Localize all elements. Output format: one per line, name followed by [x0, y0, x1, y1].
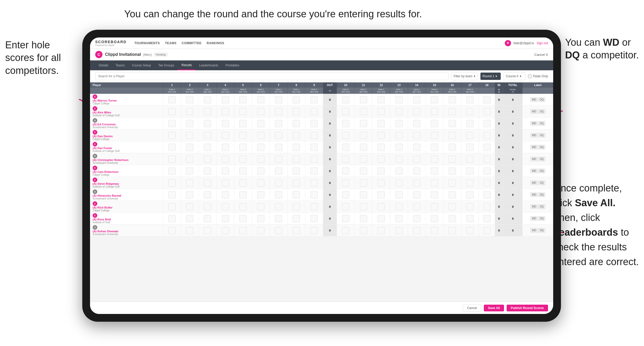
score-input-h1-p2[interactable] [168, 120, 176, 127]
wd-btn-p6[interactable]: WD [530, 169, 538, 173]
cancel-tournament-btn[interactable]: Cancel X [534, 53, 548, 57]
score-input-h10-p10[interactable] [342, 215, 349, 222]
score-input-h10-p7[interactable] [342, 179, 349, 187]
score-input-h17-p5[interactable] [466, 156, 473, 163]
score-input-h13-p1[interactable] [395, 108, 403, 115]
wd-btn-p7[interactable]: WD [530, 181, 538, 185]
score-input-h9-p7[interactable] [310, 179, 318, 187]
score-input-h8-p10[interactable] [293, 215, 300, 222]
score-input-h2-p9[interactable] [186, 203, 193, 210]
score-input-h6-p3[interactable] [257, 132, 264, 139]
score-input-h5-p10[interactable] [239, 215, 247, 222]
score-input-h1-p8[interactable] [168, 191, 176, 198]
score-input-h16-p2[interactable] [449, 120, 456, 127]
score-input-h10-p1[interactable] [342, 108, 349, 115]
totals-only-toggle[interactable]: Totals Only [528, 72, 548, 80]
score-input-h9-p4[interactable] [310, 144, 318, 151]
score-input-h11-p8[interactable] [360, 191, 367, 198]
score-input-h18-p4[interactable] [483, 144, 491, 151]
score-input-h14-p2[interactable] [413, 120, 420, 127]
score-input-h4-p9[interactable] [222, 203, 229, 210]
score-input-h14-p11[interactable] [413, 227, 420, 234]
score-input-h4-p11[interactable] [222, 227, 229, 234]
filter-by-team[interactable]: Filter by team ▾ [451, 72, 478, 80]
score-input-h16-p3[interactable] [449, 132, 456, 139]
score-input-h8-p7[interactable] [293, 179, 300, 187]
score-input-h14-p10[interactable] [413, 215, 420, 222]
save-all-button[interactable]: Save All [484, 305, 504, 311]
score-input-h7-p2[interactable] [275, 120, 282, 127]
score-input-h12-p4[interactable] [377, 144, 385, 151]
score-input-h4-p5[interactable] [222, 156, 229, 163]
score-input-h11-p3[interactable] [360, 132, 367, 139]
score-input-h8-p5[interactable] [293, 156, 300, 163]
score-input-h13-p5[interactable] [395, 156, 403, 163]
score-input-h5-p7[interactable] [239, 179, 247, 187]
wd-btn-p3[interactable]: WD [530, 133, 538, 137]
dq-btn-p8[interactable]: DQ [538, 193, 545, 197]
score-input-h9-p0[interactable] [310, 96, 318, 103]
dq-btn-p5[interactable]: DQ [538, 157, 545, 161]
score-input-h11-p4[interactable] [360, 144, 367, 151]
score-input-h16-p9[interactable] [449, 203, 456, 210]
score-input-h1-p3[interactable] [168, 132, 176, 139]
score-input-h1-p6[interactable] [168, 167, 176, 175]
score-input-h2-p8[interactable] [186, 191, 193, 198]
score-input-h2-p11[interactable] [186, 227, 193, 234]
wd-btn-p9[interactable]: WD [530, 204, 538, 209]
score-input-h6-p6[interactable] [257, 167, 264, 175]
score-input-h8-p4[interactable] [293, 144, 300, 151]
score-input-h2-p3[interactable] [186, 132, 193, 139]
score-input-h13-p0[interactable] [395, 96, 403, 103]
course-selector[interactable]: Course A ▾ [504, 72, 525, 80]
score-input-h9-p1[interactable] [310, 108, 318, 115]
score-input-h16-p0[interactable] [449, 96, 456, 103]
cancel-button[interactable]: Cancel [463, 304, 481, 312]
score-input-h8-p11[interactable] [293, 227, 300, 234]
score-input-h16-p11[interactable] [449, 227, 456, 234]
score-input-h13-p3[interactable] [395, 132, 403, 139]
score-input-h12-p11[interactable] [377, 227, 385, 234]
score-input-h8-p6[interactable] [293, 167, 300, 175]
score-input-h16-p10[interactable] [449, 215, 456, 222]
score-input-h7-p9[interactable] [275, 203, 282, 210]
score-input-h9-p2[interactable] [310, 120, 318, 127]
score-input-h17-p3[interactable] [466, 132, 473, 139]
score-input-h3-p11[interactable] [204, 227, 211, 234]
score-input-h14-p6[interactable] [413, 167, 420, 175]
score-input-h5-p6[interactable] [239, 167, 247, 175]
score-input-h12-p2[interactable] [377, 120, 385, 127]
score-input-h9-p9[interactable] [310, 203, 318, 210]
score-input-h8-p0[interactable] [293, 96, 300, 103]
score-input-h3-p7[interactable] [204, 179, 211, 187]
score-input-h11-p11[interactable] [360, 227, 367, 234]
score-input-h15-p8[interactable] [431, 191, 438, 198]
score-input-h2-p4[interactable] [186, 144, 193, 151]
score-input-h15-p11[interactable] [431, 227, 438, 234]
score-input-h2-p0[interactable] [186, 96, 193, 103]
score-input-h3-p10[interactable] [204, 215, 211, 222]
score-input-h1-p7[interactable] [168, 179, 176, 187]
score-input-h6-p7[interactable] [257, 179, 264, 187]
score-input-h18-p10[interactable] [483, 215, 491, 222]
score-input-h15-p3[interactable] [431, 132, 438, 139]
score-input-h10-p4[interactable] [342, 144, 349, 151]
score-input-h7-p8[interactable] [275, 191, 282, 198]
score-input-h18-p3[interactable] [483, 132, 491, 139]
score-input-h16-p8[interactable] [449, 191, 456, 198]
score-input-h12-p6[interactable] [377, 167, 385, 175]
score-input-h15-p6[interactable] [431, 167, 438, 175]
score-input-h2-p1[interactable] [186, 108, 193, 115]
score-input-h6-p11[interactable] [257, 227, 264, 234]
score-input-h14-p3[interactable] [413, 132, 420, 139]
score-input-h11-p5[interactable] [360, 156, 367, 163]
score-input-h5-p3[interactable] [239, 132, 247, 139]
score-input-h5-p2[interactable] [239, 120, 247, 127]
score-input-h1-p4[interactable] [168, 144, 176, 151]
score-input-h15-p10[interactable] [431, 215, 438, 222]
score-input-h2-p7[interactable] [186, 179, 193, 187]
score-input-h10-p2[interactable] [342, 120, 349, 127]
score-input-h13-p7[interactable] [395, 179, 403, 187]
score-input-h3-p5[interactable] [204, 156, 211, 163]
score-input-h11-p9[interactable] [360, 203, 367, 210]
